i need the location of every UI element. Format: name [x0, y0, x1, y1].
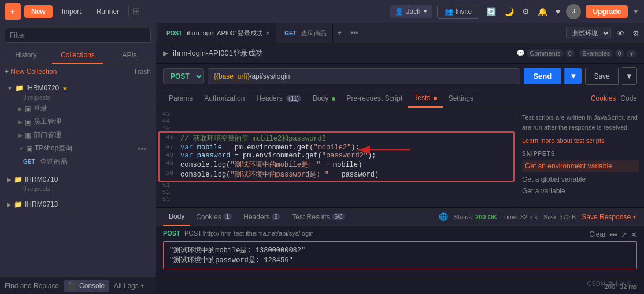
code-line: 53	[156, 196, 517, 203]
method-select[interactable]: POST	[163, 68, 204, 84]
console-button[interactable]: ⬛ Console	[64, 280, 109, 292]
env-eye-button[interactable]: 👁	[615, 27, 627, 40]
snippets-description: Test scripts are written in JavaScript, …	[522, 113, 639, 132]
new-collection-button[interactable]: + New Collection	[5, 68, 57, 76]
main-layout: History Collections APIs + New Collectio…	[0, 23, 644, 294]
tab-collections[interactable]: Collections	[52, 47, 104, 64]
tab-close-button[interactable]: ✕	[265, 30, 270, 36]
send-dropdown-button[interactable]: ▼	[564, 68, 582, 84]
trash-button[interactable]: Trash	[134, 68, 151, 76]
all-logs-button[interactable]: All Logs ▼	[114, 282, 145, 290]
sub-count: 9 requests	[16, 186, 151, 193]
code-line: 47var mobile = pm.environment.get("mobil…	[160, 144, 513, 152]
tab-history[interactable]: History	[0, 47, 52, 64]
method-badge-get: GET	[282, 30, 299, 37]
examples-button[interactable]: Examples 0 ▼	[579, 49, 637, 57]
find-replace-button[interactable]: Find and Replace	[5, 282, 59, 290]
method-badge-post: POST	[164, 30, 184, 37]
code-highlight-region: 46// 获取环境变量的值 mobile2和password2 47var mo…	[158, 131, 515, 182]
heart-button[interactable]: ♥	[553, 5, 562, 19]
upgrade-button[interactable]: Upgrade	[586, 5, 628, 18]
save-response-button[interactable]: Save Response ▼	[582, 213, 637, 221]
search-input[interactable]	[5, 28, 151, 43]
environment-select[interactable]: 测试环境	[566, 27, 611, 39]
bottom-right: 200 32 ms	[605, 283, 637, 290]
close-button[interactable]: ✕	[631, 230, 637, 239]
dots-button[interactable]: •••	[609, 230, 617, 239]
console-area: POST POST http://ihrm-test.itheima.net/a…	[156, 226, 644, 278]
separator	[128, 6, 129, 17]
chevron-right-icon[interactable]: ▶	[163, 49, 168, 57]
collection-header-ihrm0720[interactable]: ▼ 📁 IHRM0720 ★	[5, 82, 151, 94]
import-button[interactable]: Import	[56, 5, 87, 18]
cookies-link[interactable]: Cookies	[591, 94, 616, 102]
learn-more-link[interactable]: Learn more about test scripts	[522, 137, 604, 144]
folder-dots-button[interactable]: •••	[138, 144, 146, 153]
nav-settings[interactable]: Settings	[443, 90, 479, 107]
user-menu[interactable]: 👤 Jack ▼	[390, 5, 432, 18]
nav-body[interactable]: Body	[307, 90, 341, 107]
folder-icon: 📁	[14, 175, 23, 183]
moon-button[interactable]: 🌙	[502, 5, 516, 19]
console-header: POST POST http://ihrm-test.itheima.net/a…	[163, 230, 637, 239]
console-url: POST POST http://ihrm-test.itheima.net/a…	[163, 230, 314, 237]
snippet-get-env[interactable]: Get an environment variable	[522, 160, 639, 172]
user-icon: 👤	[395, 8, 404, 16]
save-dropdown-button[interactable]: ▼	[622, 67, 637, 85]
code-line: 50console.log("测试环境中的password是: " + pass…	[160, 170, 513, 179]
response-tab-headers[interactable]: Headers 6	[238, 208, 286, 226]
size-label: Size: 370 B	[543, 214, 576, 220]
url-input[interactable]: {{base_url}}/api/sys/login	[208, 68, 520, 84]
folder-tpshop[interactable]: ▼ ▣ TPshop查询 •••	[5, 142, 151, 155]
tab-get-query[interactable]: GET 查询商品	[276, 23, 333, 43]
bell-button[interactable]: 🔔	[535, 5, 550, 19]
sidebar-search-area	[0, 23, 156, 47]
tab-post-login[interactable]: POST ihrm-login-API001登录成功 ✕	[158, 23, 276, 43]
request-actions: 💬 Comments 0 Examples 0 ▼	[516, 49, 637, 57]
env-gear-button[interactable]: ⚙	[630, 27, 642, 40]
add-tab-button[interactable]: +	[333, 25, 346, 41]
response-tab-cookies[interactable]: Cookies 1	[190, 208, 238, 226]
nav-right: Cookies Code	[591, 94, 637, 102]
code-editor[interactable]: 43 44 45 46// 获取环境变量的值 mobile2和password2…	[156, 108, 517, 207]
chevron-down-icon: ▼	[626, 50, 637, 57]
runner-button[interactable]: Runner	[91, 5, 125, 18]
collection-ihrm0710: ▶ 📁 IHRM0710 9 requests	[0, 171, 156, 196]
send-button[interactable]: Send	[524, 68, 561, 84]
request-item-querychannels[interactable]: GET 查询商品	[5, 155, 151, 168]
response-tab-body[interactable]: Body	[163, 208, 190, 226]
response-status-area: 🌐 Status: 200 OK Time: 32 ms Size: 370 B…	[439, 212, 637, 221]
settings-button[interactable]: ⚙	[520, 5, 532, 19]
clear-button[interactable]: Clear	[589, 230, 606, 238]
nav-prerequest[interactable]: Pre-request Script	[341, 90, 409, 107]
app-logo: +	[5, 3, 21, 20]
save-button[interactable]: Save	[585, 68, 618, 85]
new-button[interactable]: New	[24, 5, 53, 18]
nav-authorization[interactable]: Authorization	[198, 90, 250, 107]
url-path: /api/sys/login	[250, 72, 290, 80]
star-icon: ★	[62, 85, 68, 91]
snippet-get-global[interactable]: Get a global variable	[522, 175, 639, 183]
topbar-right: 👤 Jack ▼ 👥 Invite 🔄 🌙 ⚙ 🔔 ♥ J Upgrade ▼	[390, 4, 639, 19]
sync-button[interactable]: 🔄	[484, 5, 498, 19]
chevron-down-icon-upgrade[interactable]: ▼	[632, 8, 639, 16]
folder-department[interactable]: ▶ ▣ 部门管理	[5, 128, 151, 142]
more-tabs-button[interactable]: •••	[346, 25, 363, 41]
caret-icon: ▼	[18, 146, 24, 152]
nav-params[interactable]: Params	[163, 90, 198, 107]
response-bar: Body Cookies 1 Headers 6 Test Results 6/…	[156, 207, 644, 226]
nav-headers[interactable]: Headers (11)	[250, 90, 307, 107]
folder-employee[interactable]: ▶ ▣ 员工管理	[5, 115, 151, 128]
invite-button[interactable]: 👥 Invite	[437, 5, 479, 19]
tab-apis[interactable]: APIs	[103, 47, 156, 64]
collection-header-ihrm0710[interactable]: ▶ 📁 IHRM0710	[5, 173, 151, 186]
globe-icon: 🌐	[439, 212, 448, 221]
collection-header-ihrm0713[interactable]: ▶ 📁 IHRM0713	[5, 198, 151, 211]
snippet-get-var[interactable]: Get a variable	[522, 187, 639, 195]
response-tab-testresults[interactable]: Test Results 6/8	[286, 208, 351, 226]
comments-button[interactable]: 💬 Comments 0	[516, 49, 575, 57]
folder-denglu[interactable]: ▶ ▣ 登录	[5, 102, 151, 115]
nav-tests[interactable]: Tests	[408, 89, 442, 108]
code-link[interactable]: Code	[620, 94, 637, 102]
expand-button[interactable]: ↗	[621, 230, 627, 239]
